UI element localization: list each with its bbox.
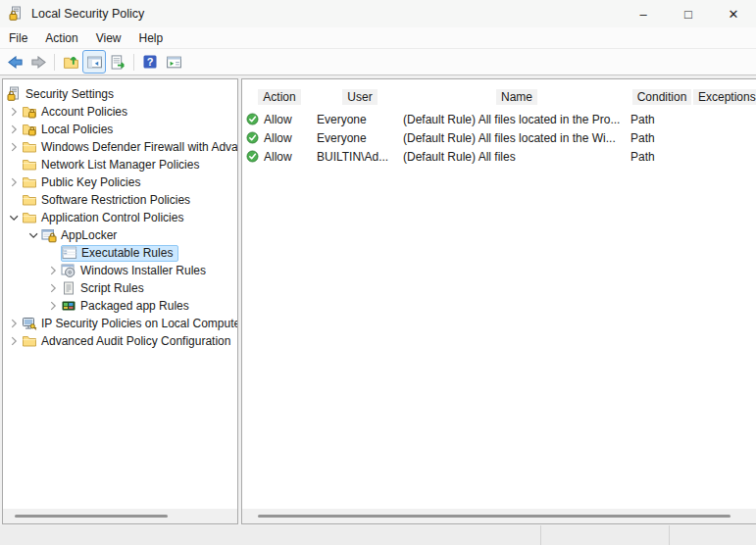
tree-item-advanced-audit-policy[interactable]: Advanced Audit Policy Configuration — [3, 332, 237, 350]
tree-horizontal-scrollbar[interactable] — [3, 509, 237, 523]
list-horizontal-scrollbar[interactable] — [242, 509, 756, 523]
tree-item-account-policies[interactable]: Account Policies — [3, 103, 237, 121]
chevron-right-icon[interactable] — [6, 175, 22, 189]
packaged-app-icon — [61, 298, 77, 314]
tree-item-label: Local Policies — [38, 123, 116, 136]
column-header-exceptions[interactable]: Exceptions — [693, 87, 756, 107]
tree-item-windows-defender-firewall[interactable]: Windows Defender Firewall with Adva — [3, 138, 237, 156]
rule-user: BUILTIN\Ad... — [317, 150, 403, 164]
chevron-right-icon[interactable] — [6, 140, 22, 154]
rule-condition: Path — [630, 131, 693, 145]
chevron-right-icon[interactable] — [45, 281, 61, 295]
toolbar — [0, 49, 756, 75]
allow-check-icon — [246, 150, 259, 163]
tree-item-ip-security-policies[interactable]: IP Security Policies on Local Compute — [3, 315, 237, 332]
rule-row[interactable]: Allow Everyone (Default Rule) All files … — [242, 110, 756, 128]
menu-action[interactable]: Action — [36, 29, 86, 47]
rules-list-icon — [62, 245, 78, 261]
menu-file[interactable]: File — [0, 29, 36, 47]
rule-action: Allow — [264, 150, 292, 164]
rule-user: Everyone — [317, 113, 403, 126]
list-header: Action User Name Condition Exceptions — [242, 87, 756, 107]
ip-security-icon — [22, 316, 38, 331]
folder-icon — [22, 210, 38, 225]
rule-action: Allow — [264, 113, 292, 126]
tree-item-network-list-manager[interactable]: Network List Manager Policies — [3, 156, 237, 173]
scrollbar-thumb[interactable] — [15, 515, 168, 518]
tree-item-executable-rules[interactable]: Executable Rules — [3, 244, 237, 262]
forward-button[interactable] — [26, 50, 50, 74]
chevron-right-icon[interactable] — [45, 299, 61, 313]
back-button[interactable] — [3, 50, 26, 74]
help-icon — [142, 54, 158, 70]
tree-item-label: Windows Installer Rules — [77, 264, 209, 277]
chevron-right-icon[interactable] — [45, 264, 61, 277]
applocker-icon — [41, 227, 58, 243]
tree-item-public-key-policies[interactable]: Public Key Policies — [3, 173, 237, 191]
rule-condition: Path — [630, 113, 693, 126]
minimize-button[interactable]: – — [621, 0, 666, 27]
menu-help[interactable]: Help — [130, 29, 173, 47]
export-list-icon — [110, 54, 126, 71]
rule-user: Everyone — [317, 131, 403, 145]
rule-condition: Path — [630, 150, 693, 164]
rules-list: Allow Everyone (Default Rule) All files … — [242, 110, 756, 166]
column-header-action[interactable]: Action — [242, 87, 317, 107]
show-console-tree-button[interactable] — [82, 50, 106, 74]
show-window-button[interactable] — [162, 50, 185, 74]
column-header-condition[interactable]: Condition — [630, 87, 693, 107]
rule-name: (Default Rule) All files located in the … — [403, 113, 630, 126]
rule-row[interactable]: Allow BUILTIN\Ad... (Default Rule) All f… — [242, 147, 756, 166]
tree-item-script-rules[interactable]: Script Rules — [3, 279, 237, 297]
chevron-right-icon[interactable] — [6, 105, 22, 119]
tree-item-label: Script Rules — [77, 281, 147, 295]
rule-row[interactable]: Allow Everyone (Default Rule) All files … — [242, 128, 756, 147]
tree-item-security-settings[interactable]: Security Settings — [3, 85, 237, 103]
selected-tree-item: Executable Rules — [61, 245, 178, 262]
folder-lock-icon — [22, 122, 38, 137]
tree-item-label: Advanced Audit Policy Configuration — [38, 334, 233, 348]
tree-item-label: IP Security Policies on Local Compute — [38, 317, 237, 330]
tree-item-applocker[interactable]: AppLocker — [3, 226, 237, 244]
forward-icon — [30, 54, 47, 71]
folder-icon — [22, 174, 38, 190]
close-button[interactable]: ✕ — [711, 0, 756, 27]
tree-item-label: Application Control Policies — [38, 211, 186, 224]
menu-view[interactable]: View — [87, 29, 130, 47]
app-icon — [8, 6, 24, 22]
rules-list-pane: Action User Name Condition Exceptions Al… — [241, 78, 756, 524]
column-header-user[interactable]: User — [317, 87, 403, 107]
toolbar-separator — [54, 54, 55, 71]
tree-item-packaged-app-rules[interactable]: Packaged app Rules — [3, 297, 237, 315]
tree-item-application-control-policies[interactable]: Application Control Policies — [3, 209, 237, 226]
tree-item-windows-installer-rules[interactable]: Windows Installer Rules — [3, 262, 237, 279]
tree-item-label: AppLocker — [58, 228, 120, 242]
rule-name: (Default Rule) All files — [403, 150, 630, 164]
folder-icon — [22, 157, 38, 173]
chevron-down-icon[interactable] — [6, 211, 22, 224]
tree-item-label: Packaged app Rules — [77, 299, 192, 313]
maximize-button[interactable]: □ — [666, 0, 711, 27]
back-icon — [7, 54, 24, 71]
folder-icon — [22, 139, 38, 155]
tree-item-label: Public Key Policies — [38, 175, 143, 189]
chevron-right-icon[interactable] — [6, 334, 22, 348]
rule-name: (Default Rule) All files located in the … — [403, 131, 630, 145]
tree-item-label: Network List Manager Policies — [38, 158, 202, 172]
up-folder-button[interactable] — [59, 50, 82, 74]
installer-rules-icon — [61, 263, 77, 278]
tree-item-label: Executable Rules — [78, 246, 176, 260]
menu-bar: File Action View Help — [0, 27, 756, 49]
column-header-name[interactable]: Name — [403, 87, 630, 107]
help-button[interactable] — [138, 50, 162, 74]
toolbar-separator — [133, 54, 134, 71]
chevron-down-icon[interactable] — [25, 228, 41, 242]
folder-icon — [22, 333, 38, 349]
tree-item-software-restriction[interactable]: Software Restriction Policies — [3, 191, 237, 209]
strip-divider — [540, 525, 541, 545]
export-list-button[interactable] — [106, 50, 129, 74]
chevron-right-icon[interactable] — [6, 123, 22, 136]
chevron-right-icon[interactable] — [6, 317, 22, 330]
scrollbar-thumb[interactable] — [258, 515, 731, 518]
tree-item-local-policies[interactable]: Local Policies — [3, 121, 237, 138]
